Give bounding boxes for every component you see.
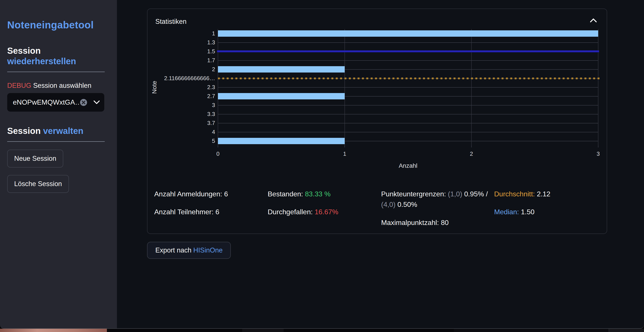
export-button-text: Export nach: [155, 246, 193, 254]
stat-value: 0.50%: [398, 201, 417, 208]
x-axis-tick: [598, 145, 598, 147]
chart-row: [218, 110, 598, 119]
y-tick-label: 3.3: [160, 110, 215, 119]
heading-text: Session: [7, 126, 40, 136]
app-title: Noteneingabetool: [7, 0, 105, 32]
average-reference-line: [218, 78, 600, 79]
horizontal-gridline: [218, 114, 598, 114]
stat-median: Median: 1.50: [494, 208, 534, 216]
heading-highlight: verwalten: [43, 126, 84, 136]
restore-session-heading: Session wiederherstellen: [7, 32, 105, 66]
bar: [218, 30, 598, 37]
y-tick-label: 1.5: [160, 47, 215, 56]
stat-value: 0.95% /: [464, 190, 488, 198]
stat-passed: Bestanden: 83.33 %: [268, 190, 330, 198]
horizontal-gridline: [218, 132, 598, 132]
x-axis-title: Anzahl: [218, 162, 598, 169]
horizontal-gridline: [218, 42, 598, 43]
heading-text: Session: [7, 46, 40, 56]
stat-failed: Durchgefallen: 16.67%: [268, 208, 338, 216]
grade-4-paren: (4,0): [381, 201, 396, 208]
sidebar: Noteneingabetool Session wiederherstelle…: [0, 0, 117, 328]
bar: [218, 138, 345, 144]
select-label-text: Session auswählen: [33, 82, 92, 89]
bar: [218, 66, 345, 73]
stat-label: Punkteuntergrenzen:: [381, 190, 446, 198]
manage-session-heading: Session verwalten: [7, 112, 105, 136]
chart-row: [218, 136, 598, 145]
x-axis-tick: [471, 145, 472, 147]
clear-selection-icon[interactable]: [80, 98, 88, 107]
y-tick-label: 1.7: [160, 56, 215, 65]
stat-registrations: Anzahl Anmeldungen: 6: [154, 190, 228, 198]
y-axis-title-text: Note: [151, 81, 158, 94]
session-select-value: eNOPwEMQWxtGA…: [13, 98, 80, 106]
chart-row: [218, 127, 598, 136]
stat-label: Median:: [494, 208, 519, 216]
stat-value: 1.50: [521, 208, 534, 216]
horizontal-gridline: [218, 87, 598, 88]
y-axis-tick-labels: 11.31.51.722.1166666666666…2.32.733.33.7…: [160, 29, 215, 145]
horizontal-gridline: [218, 105, 598, 105]
chevron-down-icon[interactable]: [93, 100, 100, 104]
stat-value: 83.33 %: [305, 190, 330, 198]
desktop-strip-left: [0, 329, 107, 332]
horizontal-gridline: [218, 60, 598, 61]
x-tick-label: 1: [343, 150, 346, 157]
new-session-button[interactable]: Neue Session: [7, 150, 63, 168]
stat-label: Anzahl Anmeldungen:: [154, 190, 222, 198]
stat-value: 6: [215, 208, 219, 216]
grades-bar-chart-plot-area: [218, 29, 598, 145]
x-axis-tick-labels: 0123: [218, 150, 598, 158]
y-tick-label: 5: [160, 136, 215, 145]
stat-label: Bestanden:: [268, 190, 303, 198]
x-axis-tick: [218, 145, 218, 147]
stat-max-points: Maximalpunktzahl: 80: [381, 218, 448, 227]
x-tick-label: 2: [470, 150, 473, 157]
y-tick-label: 2.3: [160, 83, 215, 92]
debug-badge: DEBUG: [7, 82, 31, 89]
horizontal-gridline: [218, 123, 598, 123]
stat-label: Anzahl Teilnehmer:: [154, 208, 214, 216]
stat-label: Durchschnitt:: [494, 190, 535, 198]
x-axis-tick: [344, 145, 345, 147]
heading-highlight: wiederherstellen: [7, 56, 76, 66]
stat-point-limits-line1: Punkteuntergrenzen: (1,0) 0.95% /: [381, 190, 488, 198]
stat-value: 16.67%: [314, 208, 338, 216]
chart-row: [218, 119, 598, 127]
stat-label: Durchgefallen:: [268, 208, 312, 216]
bar: [218, 93, 345, 99]
delete-session-button[interactable]: Lösche Session: [7, 175, 69, 193]
desktop-strip-segment: [454, 329, 609, 332]
statistics-expander: Statistiken Note 11.31.51.722.1166666666…: [147, 9, 607, 234]
divider: [7, 72, 105, 72]
chart-row: [218, 83, 598, 92]
y-tick-label: 1: [160, 29, 215, 38]
session-select[interactable]: eNOPwEMQWxtGA…: [7, 93, 104, 112]
stat-value: 80: [441, 219, 449, 227]
chart-row: [218, 65, 598, 74]
app-window: Noteneingabetool Session wiederherstelle…: [0, 0, 644, 329]
collapse-chevron-up-icon[interactable]: [590, 18, 597, 24]
stat-point-limits-line2: (4,0) 0.50%: [381, 200, 417, 209]
stat-participants: Anzahl Teilnehmer: 6: [154, 208, 219, 216]
y-tick-label: 4: [160, 127, 215, 136]
y-tick-label: 2: [160, 65, 215, 74]
desktop-strip-segment: [242, 329, 284, 332]
panel-title: Statistiken: [155, 18, 186, 26]
desktop-strip-segment: [609, 329, 644, 332]
stat-average: Durchschnitt: 2.12: [494, 190, 550, 198]
session-select-label: DEBUG Session auswählen: [7, 82, 105, 90]
y-tick-label: 2.1166666666666…: [160, 74, 215, 83]
grade-1-paren: (1,0): [448, 190, 462, 198]
chart-row: [218, 92, 598, 101]
chart-row: [218, 29, 598, 38]
stat-label: Maximalpunktzahl:: [381, 219, 439, 227]
export-button[interactable]: Export nach HISinOne: [147, 242, 231, 259]
x-tick-label: 0: [216, 150, 220, 157]
divider: [7, 141, 105, 142]
median-reference-line: [217, 50, 599, 52]
y-tick-label: 1.3: [160, 38, 215, 47]
x-tick-label: 3: [597, 150, 600, 157]
desktop-strip: [0, 329, 644, 332]
